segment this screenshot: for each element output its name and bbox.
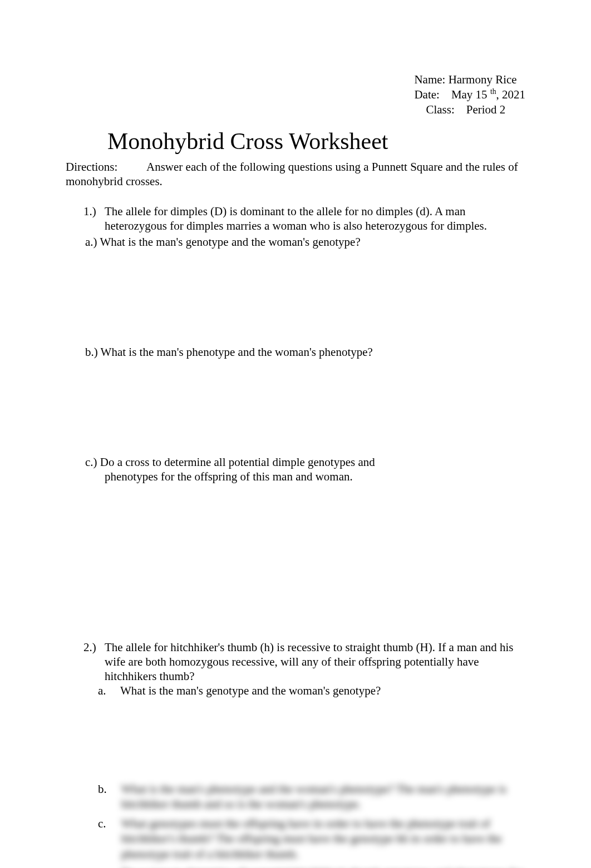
date-year: , 2021 xyxy=(496,88,526,101)
name-value: Harmony Rice xyxy=(449,73,517,86)
question-2a: a.What is the man's genotype and the wom… xyxy=(98,683,514,698)
question-2b-blurred: What is the man's phenotype and the woma… xyxy=(121,782,525,812)
question-1c-line1: c.) Do a cross to determine all potentia… xyxy=(85,455,375,469)
blurred-answers: b. What is the man's phenotype and the w… xyxy=(98,782,525,869)
question-2-prompt: The allele for hitchhiker's thumb (h) is… xyxy=(105,640,514,684)
class-label: Class: xyxy=(426,103,454,116)
question-1c-line2: phenotypes for the offspring of this man… xyxy=(85,469,514,484)
question-1c: c.) Do a cross to determine all potentia… xyxy=(85,455,514,484)
name-row: Name: Harmony Rice xyxy=(414,72,525,87)
question-1a: a.) What is the man's genotype and the w… xyxy=(85,235,514,249)
question-2c-label: c. xyxy=(98,816,121,862)
student-header: Name: Harmony Rice Date: May 15 th, 2021… xyxy=(414,72,525,117)
worksheet-title: Monohybrid Cross Worksheet xyxy=(66,127,525,156)
question-1b: b.) What is the man's phenotype and the … xyxy=(85,345,514,359)
date-label: Date: xyxy=(414,88,439,101)
directions-label: Directions: xyxy=(66,160,146,174)
date-th: th xyxy=(490,87,496,96)
date-monthday: May 15 xyxy=(451,88,487,101)
directions: Directions:Answer each of the following … xyxy=(66,160,525,189)
question-2b-label: b. xyxy=(98,782,121,812)
question-1-prompt: The allele for dimples (D) is dominant t… xyxy=(105,204,514,234)
date-row: Date: May 15 th, 2021 xyxy=(414,87,525,102)
class-value: Period 2 xyxy=(466,103,506,116)
question-2: 2.) The allele for hitchhiker's thumb (h… xyxy=(66,640,525,698)
question-1: 1.) The allele for dimples (D) is domina… xyxy=(66,204,525,484)
name-label: Name: xyxy=(414,73,445,86)
question-2c-blurred: What genotypes must the offspring have i… xyxy=(121,816,525,862)
question-2a-label: a. xyxy=(98,683,120,698)
question-2a-text: What is the man's genotype and the woman… xyxy=(120,684,381,697)
class-row: Class: Period 2 xyxy=(414,102,525,117)
